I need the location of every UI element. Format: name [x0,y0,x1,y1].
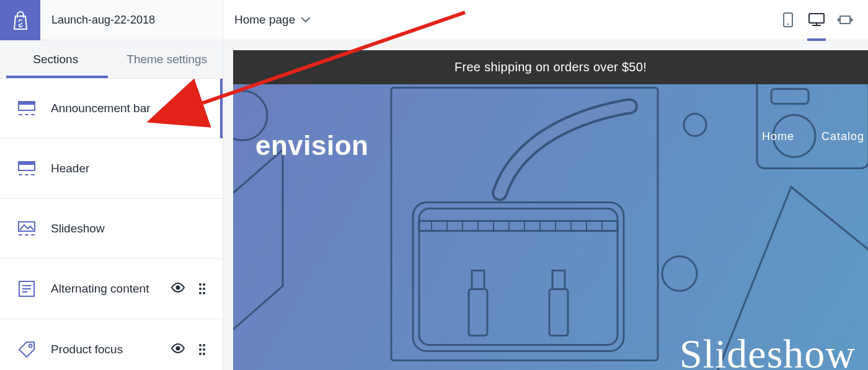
svg-point-34 [787,24,789,25]
svg-point-31 [199,353,202,355]
section-item-header[interactable]: Header [0,139,223,199]
svg-point-25 [29,344,32,347]
svg-rect-57 [549,289,568,336]
shopify-bag-icon [12,11,29,30]
section-label: Header [51,162,205,175]
drag-handle-icon[interactable] [199,344,205,355]
svg-point-18 [176,286,180,290]
image-icon [17,219,36,238]
hero-lineart [233,84,868,370]
svg-point-20 [203,283,205,286]
section-item-alternating-content[interactable]: Alternating content [0,259,223,319]
svg-point-22 [203,288,205,290]
svg-rect-40 [413,203,624,351]
preview-hero: envision Home Catalog Slideshow [233,84,868,370]
svg-rect-42 [419,221,618,231]
viewport-switcher [780,12,857,28]
section-item-announcement-bar[interactable]: Announcement bar [0,79,223,139]
tab-indicator [6,76,108,78]
svg-point-24 [203,292,205,294]
theme-preview: Free shipping on orders over $50! [233,50,868,370]
tag-icon [17,340,36,359]
svg-point-28 [203,344,205,346]
svg-point-60 [684,114,706,136]
section-list: Announcement bar Header Slideshow Altern… [0,79,223,370]
main-area: Home page Free shipping on orders over $… [223,0,868,370]
svg-rect-1 [19,102,35,105]
editor-topbar: Home page [223,0,868,40]
svg-point-23 [199,292,202,294]
preview-nav-catalog[interactable]: Catalog [822,130,864,143]
visibility-icon[interactable] [170,283,185,295]
svg-point-61 [662,257,697,291]
section-item-product-focus[interactable]: Product focus [0,319,223,370]
section-item-slideshow[interactable]: Slideshow [0,199,223,259]
svg-rect-58 [552,271,565,289]
svg-rect-63 [771,89,808,104]
viewport-fullwidth-icon[interactable] [837,12,853,28]
svg-point-27 [199,344,202,346]
svg-rect-56 [472,271,484,289]
svg-rect-10 [19,222,35,231]
preview-slide-title: Slideshow [680,330,856,370]
svg-rect-6 [19,162,35,165]
page-selector-label: Home page [234,13,295,27]
visibility-icon[interactable] [170,343,185,356]
svg-rect-41 [419,209,618,345]
page-selector[interactable]: Home page [234,13,310,27]
svg-rect-38 [840,16,850,24]
section-label: Announcement bar [51,102,205,115]
drag-handle-icon[interactable] [199,283,205,294]
theme-name[interactable]: Launch-aug-22-2018 [40,0,223,40]
section-actions [170,343,205,356]
preview-nav: Home Catalog [762,130,868,143]
svg-rect-35 [809,14,824,23]
preview-nav-home[interactable]: Home [762,130,794,143]
tab-theme-settings[interactable]: Theme settings [112,40,223,78]
section-label: Alternating content [51,282,170,296]
text-block-icon [17,280,36,298]
section-bar-icon [17,99,36,118]
svg-point-29 [199,348,202,351]
section-label: Product focus [51,343,170,356]
svg-point-32 [203,353,205,355]
sidebar-tabs: Sections Theme settings [0,40,223,79]
section-label: Slideshow [51,222,205,236]
section-actions [170,283,205,295]
app-root: Launch-aug-22-2018 Sections Theme settin… [0,0,868,370]
svg-point-30 [203,348,205,351]
sidebar: Launch-aug-22-2018 Sections Theme settin… [0,0,223,370]
tab-sections[interactable]: Sections [0,40,112,78]
preview-brand: envision [255,130,369,161]
viewport-mobile-icon[interactable] [780,12,796,28]
shopify-logo[interactable] [0,0,40,40]
section-bar-icon [17,159,36,178]
svg-point-26 [176,346,180,350]
announcement-text: Free shipping on orders over $50! [454,60,647,74]
svg-point-21 [199,288,202,290]
preview-announcement-bar: Free shipping on orders over $50! [233,50,868,84]
svg-rect-55 [469,289,487,336]
chevron-down-icon [301,17,310,23]
topbar: Launch-aug-22-2018 [0,0,223,40]
viewport-desktop-icon[interactable] [808,12,825,28]
svg-point-19 [199,283,202,286]
